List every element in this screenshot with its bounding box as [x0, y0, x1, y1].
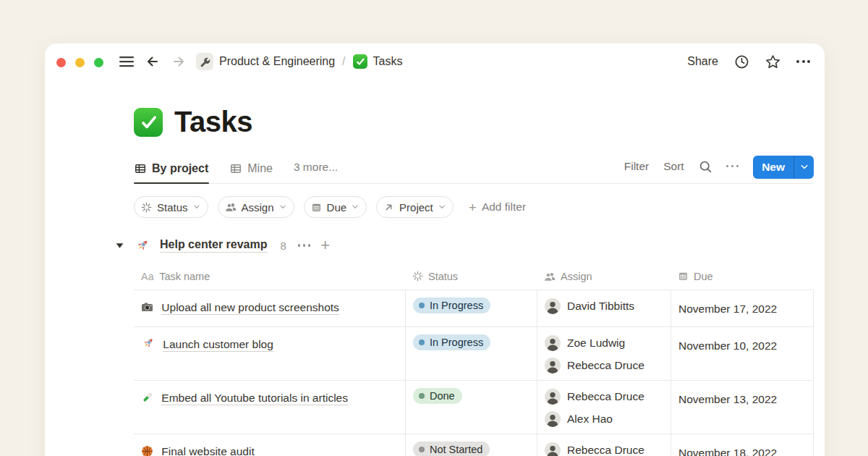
filter-chips-row: Status Assign Due Project + Add filter: [134, 196, 825, 218]
avatar: [545, 411, 561, 427]
arrow-ne-icon: [383, 202, 394, 213]
filter-chip-status[interactable]: Status: [134, 196, 208, 218]
plus-icon: +: [469, 200, 477, 214]
more-views-button[interactable]: 3 more...: [294, 161, 338, 183]
add-filter-button[interactable]: + Add filter: [469, 200, 526, 214]
assignee: Rebecca Druce: [545, 358, 663, 373]
forward-arrow-icon[interactable]: [171, 54, 186, 69]
chevron-down-icon: [193, 203, 200, 211]
page-icon-check[interactable]: [134, 108, 163, 137]
filter-chip-project[interactable]: Project: [376, 196, 454, 218]
table-row: Final website audit Not Started Rebecca …: [134, 434, 814, 456]
close-window-button[interactable]: [56, 58, 66, 67]
rocket-icon: [135, 238, 150, 253]
people-icon: [225, 201, 237, 213]
breadcrumb: Product & Engineering / Tasks: [196, 53, 402, 70]
clock-icon[interactable]: [734, 54, 749, 69]
people-icon: [544, 271, 556, 282]
window-controls: [56, 58, 103, 67]
due-cell[interactable]: November 13, 2022: [671, 381, 814, 434]
task-name-cell[interactable]: Launch customer blog: [134, 327, 405, 380]
minimize-window-button[interactable]: [75, 58, 85, 67]
chevron-down-icon: [438, 203, 446, 211]
triangle-down-icon[interactable]: [115, 241, 124, 250]
table-row: Embed all Youtube tutorials in articles …: [134, 381, 814, 434]
group-add-icon[interactable]: +: [320, 237, 330, 253]
star-icon[interactable]: [765, 54, 780, 69]
column-header-due[interactable]: Due: [671, 263, 814, 290]
table-view-icon: [230, 163, 242, 174]
zoom-window-button[interactable]: [94, 58, 103, 67]
chevron-down-icon: [352, 203, 359, 211]
status-badge[interactable]: Done: [413, 388, 462, 404]
group-count: 8: [281, 240, 286, 252]
back-arrow-icon[interactable]: [145, 54, 160, 69]
text-type-icon: Aa: [141, 271, 154, 282]
group-ellipsis-icon[interactable]: [298, 244, 311, 247]
task-link[interactable]: Embed all Youtube tutorials in articles: [161, 392, 348, 405]
table-row: Upload all new product screenshots In Pr…: [134, 290, 814, 327]
top-bar: Product & Engineering / Tasks Share: [45, 43, 825, 80]
avatar: [545, 442, 561, 456]
filter-chip-due[interactable]: Due: [304, 196, 367, 218]
column-header-task-name[interactable]: Aa Task name: [134, 263, 405, 290]
wrench-icon[interactable]: [196, 53, 213, 70]
tab-by-project[interactable]: By project: [134, 159, 209, 183]
hamburger-icon[interactable]: [119, 56, 134, 67]
tab-mine[interactable]: Mine: [229, 159, 273, 183]
avatar: [545, 335, 561, 351]
camera-icon: [141, 301, 153, 313]
task-name-cell[interactable]: Final website audit: [134, 434, 405, 456]
status-badge[interactable]: In Progress: [413, 297, 490, 313]
assign-cell[interactable]: Rebecca Druce Alex Hao: [537, 381, 671, 434]
due-cell[interactable]: November 10, 2022: [671, 327, 814, 380]
status-cell: Not Started: [405, 434, 537, 456]
calendar-icon: [311, 202, 322, 213]
due-cell[interactable]: November 18, 2022 → November 20, 2022: [671, 434, 814, 456]
group-header: Help center revamp 8 +: [115, 237, 825, 253]
avatar: [545, 298, 561, 314]
breadcrumb-current[interactable]: Tasks: [373, 55, 403, 68]
task-name-cell[interactable]: Upload all new product screenshots: [134, 290, 405, 326]
table-row: Launch customer blog In Progress Zoe Lud…: [134, 327, 814, 381]
assignee: Alex Hao: [545, 411, 663, 427]
filter-chip-assign[interactable]: Assign: [218, 196, 294, 218]
new-button[interactable]: New: [753, 156, 814, 179]
task-link[interactable]: Launch customer blog: [163, 338, 273, 352]
share-button[interactable]: Share: [687, 55, 718, 68]
status-cell: In Progress: [405, 327, 537, 380]
status-spinner-icon: [412, 271, 423, 282]
chevron-down-icon[interactable]: [794, 156, 814, 179]
filter-button[interactable]: Filter: [624, 160, 649, 173]
breadcrumb-separator: /: [341, 55, 346, 68]
page-title[interactable]: Tasks: [174, 106, 252, 138]
chevron-down-icon: [279, 203, 286, 211]
assign-cell[interactable]: Zoe Ludwig Rebecca Druce: [537, 327, 671, 380]
assign-cell[interactable]: Rebecca Druce: [537, 434, 671, 456]
calendar-icon: [678, 271, 689, 282]
status-badge[interactable]: In Progress: [413, 334, 490, 350]
status-cell: In Progress: [405, 290, 537, 326]
task-link[interactable]: Upload all new product screenshots: [161, 301, 339, 315]
task-link[interactable]: Final website audit: [161, 445, 254, 456]
assignee: Rebecca Druce: [545, 442, 663, 456]
basketball-icon: [141, 445, 153, 456]
column-header-status[interactable]: Status: [405, 263, 537, 290]
column-header-assign[interactable]: Assign: [537, 263, 671, 290]
group-title[interactable]: Help center revamp: [160, 238, 268, 253]
view-options-ellipsis-icon[interactable]: [726, 165, 739, 168]
check-badge-icon[interactable]: [353, 54, 367, 69]
due-cell[interactable]: November 17, 2022: [671, 290, 814, 326]
app-window: Product & Engineering / Tasks Share Task…: [45, 43, 825, 456]
assign-cell[interactable]: David Tibbitts: [537, 290, 671, 326]
assignee: David Tibbitts: [545, 298, 663, 314]
status-cell: Done: [405, 381, 537, 434]
search-icon[interactable]: [699, 160, 712, 173]
table-view-icon: [135, 163, 146, 174]
view-bar: By project Mine 3 more... Filter Sort Ne…: [134, 156, 814, 184]
sort-button[interactable]: Sort: [663, 160, 684, 173]
ellipsis-icon[interactable]: [796, 60, 810, 63]
status-badge[interactable]: Not Started: [413, 442, 490, 456]
task-name-cell[interactable]: Embed all Youtube tutorials in articles: [134, 381, 405, 434]
breadcrumb-parent[interactable]: Product & Engineering: [219, 55, 335, 68]
